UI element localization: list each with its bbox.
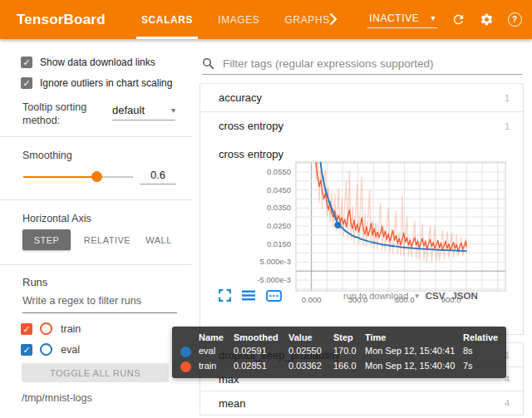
chart-selection-icon[interactable] bbox=[266, 290, 282, 302]
tooltip-col-smoothed: Smoothed bbox=[234, 332, 288, 342]
smoothing-slider-handle[interactable] bbox=[91, 171, 102, 182]
svg-text:0.0350: 0.0350 bbox=[267, 203, 291, 212]
runs-filter-input[interactable] bbox=[22, 295, 177, 313]
tooltip-row: train bbox=[199, 361, 234, 372]
tab-images[interactable]: IMAGES bbox=[218, 0, 259, 39]
checkbox-checked-icon: ✓ bbox=[21, 57, 32, 68]
tag-group-mean[interactable]: mean 4 bbox=[200, 391, 523, 415]
checkbox-checked-icon: ✓ bbox=[21, 344, 32, 356]
settings-gear-icon[interactable] bbox=[479, 12, 494, 27]
run-item-eval[interactable]: ✓ eval bbox=[21, 343, 80, 356]
cross-entropy-chart[interactable]: 0.000300.0600.0900.00.05500.04500.03500.… bbox=[200, 156, 523, 309]
status-dropdown[interactable]: INACTIVE ▾ bbox=[367, 11, 437, 28]
logdir-path: /tmp/mnist-logs bbox=[22, 392, 92, 404]
caret-down-icon: ▾ bbox=[431, 14, 436, 22]
smoothing-slider-fill bbox=[23, 176, 96, 178]
sidebar: ✓ Show data download links ✓ Ignore outl… bbox=[0, 39, 191, 418]
svg-text:5.000e-3: 5.000e-3 bbox=[259, 257, 291, 266]
smoothing-value[interactable]: 0.6 bbox=[140, 169, 176, 184]
tag-count-badge: 1 bbox=[505, 121, 510, 131]
tooltip-col-value: Value bbox=[288, 332, 333, 342]
app-title: TensorBoard bbox=[17, 0, 106, 39]
horizontal-axis-label: Horizontal Axis bbox=[22, 213, 91, 224]
cross-entropy-chart-card: cross entropy 0.000300.0600.0900.00.0550… bbox=[200, 140, 523, 335]
csv-download-link[interactable]: CSV bbox=[426, 291, 446, 301]
caret-down-icon: ▾ bbox=[171, 106, 175, 115]
svg-text:0.0450: 0.0450 bbox=[267, 185, 291, 194]
tab-bar: SCALARS IMAGES GRAPHS bbox=[141, 0, 330, 39]
tooltip-col-relative: Relative bbox=[463, 332, 501, 342]
checkbox-checked-icon: ✓ bbox=[21, 323, 32, 335]
tabs-overflow-chevron-icon[interactable] bbox=[329, 12, 337, 29]
run-color-swatch-eval bbox=[40, 343, 52, 356]
svg-text:0.0150: 0.0150 bbox=[267, 239, 291, 248]
svg-text:0.000: 0.000 bbox=[302, 295, 322, 304]
eval-run-dot-icon bbox=[180, 347, 191, 357]
axis-wall-button[interactable]: WALL bbox=[140, 229, 178, 250]
run-to-download-dropdown[interactable]: run to download bbox=[343, 291, 408, 301]
run-color-swatch-train bbox=[40, 322, 52, 335]
tooltip-col-step: Step bbox=[333, 332, 365, 342]
refresh-icon[interactable] bbox=[451, 12, 466, 27]
chart-footer-icons bbox=[219, 289, 282, 302]
data-table-icon[interactable] bbox=[242, 290, 255, 302]
tag-groups-card: accuracy 1 cross entropy 1 cross entropy… bbox=[200, 83, 524, 335]
runs-label: Runs bbox=[22, 276, 47, 288]
svg-text:-5.000e-3: -5.000e-3 bbox=[257, 275, 291, 284]
tooltip-col-time: Time bbox=[365, 332, 463, 342]
status-label: INACTIVE bbox=[369, 12, 419, 24]
header-actions: INACTIVE ▾ ? bbox=[367, 0, 522, 39]
filter-tags-row bbox=[202, 52, 522, 75]
toggle-all-runs-button[interactable]: TOGGLE ALL RUNS bbox=[22, 363, 169, 382]
tab-graphs[interactable]: GRAPHS bbox=[284, 0, 329, 39]
show-download-links-checkbox[interactable]: ✓ Show data download links bbox=[21, 57, 155, 68]
tooltip-row: eval bbox=[199, 346, 234, 357]
checkbox-checked-icon: ✓ bbox=[21, 77, 32, 89]
run-item-train[interactable]: ✓ train bbox=[21, 322, 81, 335]
chart-tooltip: Name Smoothed Value Step Time Relative e… bbox=[172, 327, 506, 378]
divider bbox=[0, 264, 191, 265]
divider bbox=[0, 136, 191, 137]
json-download-link[interactable]: JSON bbox=[451, 291, 477, 301]
tooltip-corner bbox=[180, 332, 199, 342]
divider bbox=[0, 199, 191, 200]
filter-tags-input[interactable] bbox=[221, 57, 522, 71]
ignore-outliers-checkbox[interactable]: ✓ Ignore outliers in chart scaling bbox=[21, 77, 172, 89]
help-icon[interactable]: ? bbox=[507, 12, 522, 27]
tensorboard-app: TensorBoard SCALARS IMAGES GRAPHS INACTI… bbox=[0, 0, 532, 418]
svg-text:0.0550: 0.0550 bbox=[267, 167, 291, 176]
axis-relative-button[interactable]: RELATIVE bbox=[76, 229, 138, 250]
fullscreen-icon[interactable] bbox=[219, 289, 231, 302]
caret-down-icon: ▾ bbox=[415, 292, 419, 300]
axis-step-button[interactable]: STEP bbox=[22, 229, 71, 250]
smoothing-label: Smoothing bbox=[22, 150, 72, 161]
tag-group-cross-entropy[interactable]: cross entropy 1 bbox=[200, 111, 523, 140]
svg-text:0.0250: 0.0250 bbox=[267, 221, 291, 230]
tab-scalars[interactable]: SCALARS bbox=[141, 0, 193, 39]
search-icon bbox=[202, 57, 214, 70]
tooltip-sorting-dropdown[interactable]: default ▾ bbox=[112, 104, 175, 120]
tag-count-badge: 1 bbox=[505, 93, 510, 103]
tooltip-sorting-label: Tooltip sorting method: bbox=[22, 101, 106, 127]
app-header: TensorBoard SCALARS IMAGES GRAPHS INACTI… bbox=[0, 0, 532, 39]
run-download-controls: run to download ▾ CSV JSON bbox=[343, 291, 478, 301]
train-run-dot-icon bbox=[180, 361, 191, 372]
tooltip-col-name: Name bbox=[199, 332, 234, 342]
tag-group-accuracy[interactable]: accuracy 1 bbox=[200, 83, 523, 111]
tag-count-badge: 4 bbox=[505, 398, 510, 408]
